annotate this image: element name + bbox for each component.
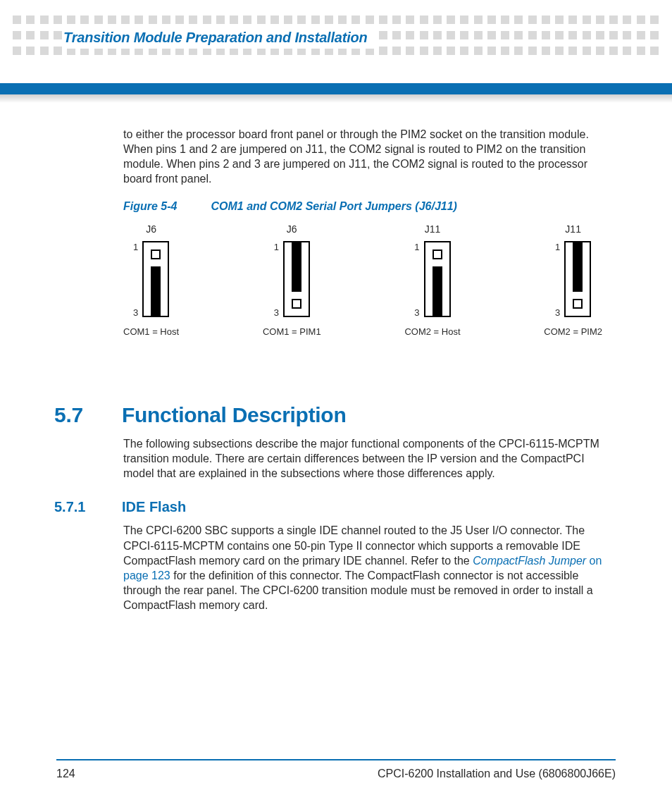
jumper-box [424, 241, 451, 317]
pin-labels: 13 [555, 241, 560, 319]
page-number: 124 [56, 768, 75, 780]
header-shadow [0, 94, 672, 103]
figure-jumpers: J613COM1 = HostJ613COM1 = PIM1J1113COM2 … [123, 223, 602, 338]
jumper-diagram: J613COM1 = Host [123, 223, 179, 338]
jumper-box [564, 241, 591, 317]
paragraph: The CPCI-6200 SBC supports a single IDE … [123, 523, 616, 612]
paragraph: The following subsections describe the m… [123, 436, 616, 481]
pin-labels: 13 [414, 241, 419, 319]
subsection-number: 5.7.1 [54, 498, 122, 516]
subsection-title: IDE Flash [122, 499, 186, 515]
jumper-box [283, 241, 310, 317]
paragraph-text: for the definition of this connector. Th… [123, 569, 593, 611]
header-blue-bar [0, 76, 672, 94]
figure-title: COM1 and COM2 Serial Port Jumpers (J6/J1… [211, 200, 456, 212]
figure-number: Figure 5-4 [123, 199, 208, 214]
jumper-diagram: J1113COM2 = PIM2 [544, 223, 602, 338]
header-dots-row [0, 16, 672, 24]
document-id: CPCI-6200 Installation and Use (6806800J… [378, 768, 616, 780]
jumper-name: J6 [287, 223, 297, 235]
jumper-name: J6 [146, 223, 156, 235]
jumper-name: J11 [425, 223, 441, 235]
jumper-diagram: J1113COM2 = Host [404, 223, 460, 338]
section-number: 5.7 [54, 401, 122, 429]
pin-labels: 13 [274, 241, 279, 319]
section-title: Functional Description [122, 403, 346, 426]
page-footer: 124 CPCI-6200 Installation and Use (6806… [56, 759, 616, 780]
jumper-name: J11 [565, 223, 581, 235]
jumper-caption: COM2 = PIM2 [544, 326, 602, 338]
paragraph: to either the processor board front pane… [123, 127, 616, 186]
jumper-box [142, 241, 169, 317]
chapter-title: Transition Module Preparation and Instal… [63, 27, 376, 49]
jumper-diagram: J613COM1 = PIM1 [263, 223, 321, 338]
figure-caption: Figure 5-4 COM1 and COM2 Serial Port Jum… [123, 199, 616, 214]
subsection-heading: 5.7.1IDE Flash [123, 498, 616, 516]
section-heading: 5.7Functional Description [123, 401, 616, 429]
jumper-caption: COM1 = Host [123, 326, 179, 338]
pin-labels: 13 [133, 241, 138, 319]
jumper-caption: COM1 = PIM1 [263, 326, 321, 338]
jumper-caption: COM2 = Host [404, 326, 460, 338]
